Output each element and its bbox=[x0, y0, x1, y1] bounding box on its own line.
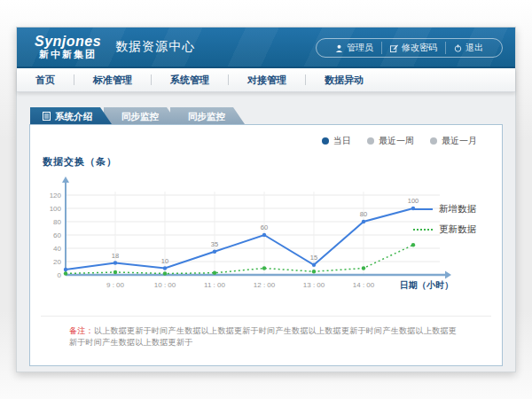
svg-text:60: 60 bbox=[261, 223, 268, 231]
filter-last-week[interactable]: 最近一周 bbox=[367, 135, 414, 147]
svg-text:18: 18 bbox=[112, 252, 119, 260]
svg-text:20: 20 bbox=[53, 258, 61, 266]
svg-text:10: 10 bbox=[161, 257, 168, 265]
main-nav: 首页 标准管理 系统管理 对接管理 数据异动 bbox=[17, 68, 515, 92]
document-icon bbox=[43, 112, 51, 122]
svg-text:14 : 00: 14 : 00 bbox=[353, 281, 375, 289]
change-password-label: 修改密码 bbox=[402, 42, 437, 54]
svg-text:80: 80 bbox=[53, 218, 61, 226]
tab-label: 同步监控 bbox=[188, 111, 225, 123]
svg-text:80: 80 bbox=[360, 210, 367, 218]
app-header: Synjones 新中新集团 数据资源中心 管理员 修改密码 退出 bbox=[17, 27, 515, 68]
svg-text:60: 60 bbox=[53, 231, 61, 239]
nav-item-integration[interactable]: 对接管理 bbox=[229, 74, 305, 87]
change-password-button[interactable]: 修改密码 bbox=[381, 42, 445, 54]
filter-label: 最近一周 bbox=[379, 135, 414, 147]
nav-item-data-changes[interactable]: 数据异动 bbox=[306, 74, 382, 87]
radio-selected-icon bbox=[322, 137, 329, 145]
legend-label: 新增数据 bbox=[439, 203, 476, 215]
svg-text:日期（小时）: 日期（小时） bbox=[400, 280, 453, 290]
logout-button[interactable]: 退出 bbox=[445, 42, 491, 54]
logo-cn: 新中新集团 bbox=[35, 50, 101, 60]
logo-en: Synjones bbox=[35, 35, 101, 50]
chart-y-axis-title: 数据交换（条） bbox=[43, 155, 502, 168]
tab-label: 同步监控 bbox=[121, 111, 159, 123]
tab-panel: 当日 最近一周 最近一月 数据交换（条） 0204060801001209 : … bbox=[29, 124, 503, 366]
content-area: 系统介绍 同步监控 同步监控 当日 最近一周 bbox=[17, 92, 515, 366]
app-window: Synjones 新中新集团 数据资源中心 管理员 修改密码 退出 bbox=[16, 27, 516, 372]
power-icon bbox=[454, 44, 462, 52]
tab-sync-monitor-2[interactable]: 同步监控 bbox=[170, 107, 245, 124]
nav-item-standards[interactable]: 标准管理 bbox=[74, 74, 151, 87]
line-chart: 0204060801001209 : 0010 : 0011 : 0012 : … bbox=[50, 174, 458, 307]
current-user-label: 管理员 bbox=[347, 42, 373, 54]
svg-text:15: 15 bbox=[310, 254, 317, 262]
dotted-line-swatch bbox=[413, 229, 433, 231]
svg-text:40: 40 bbox=[53, 245, 61, 253]
user-toolbar: 管理员 修改密码 退出 bbox=[316, 38, 503, 58]
nav-item-home[interactable]: 首页 bbox=[17, 74, 74, 87]
svg-text:13 : 00: 13 : 00 bbox=[303, 281, 325, 289]
footnote-text: 以上数据更新于时间产生数据以上数据更新于时间产生数据以上数据更新于时间产生数据以… bbox=[69, 326, 457, 347]
svg-text:0: 0 bbox=[58, 271, 62, 279]
svg-text:35: 35 bbox=[211, 240, 218, 248]
time-filter-group: 当日 最近一周 最近一月 bbox=[322, 135, 477, 147]
footnote: 备注：以上数据更新于时间产生数据以上数据更新于时间产生数据以上数据更新于时间产生… bbox=[41, 316, 491, 348]
nav-item-system[interactable]: 系统管理 bbox=[152, 74, 228, 87]
filter-last-month[interactable]: 最近一月 bbox=[430, 135, 477, 147]
tab-label: 系统介绍 bbox=[55, 111, 92, 123]
filter-label: 当日 bbox=[333, 135, 351, 147]
svg-text:10 : 00: 10 : 00 bbox=[154, 281, 176, 289]
svg-text:11 : 00: 11 : 00 bbox=[204, 281, 225, 289]
solid-line-swatch bbox=[413, 208, 433, 210]
tab-sync-monitor-1[interactable]: 同步监控 bbox=[104, 107, 178, 124]
legend-item-updated-data: 更新数据 bbox=[413, 223, 489, 236]
user-icon bbox=[335, 44, 343, 52]
company-logo: Synjones 新中新集团 bbox=[35, 35, 101, 59]
chart-legend: 新增数据 更新数据 bbox=[413, 203, 489, 244]
tab-system-intro[interactable]: 系统介绍 bbox=[30, 107, 112, 124]
radio-icon bbox=[367, 137, 374, 145]
tab-bar: 系统介绍 同步监控 同步监控 bbox=[30, 107, 503, 124]
page-title: 数据资源中心 bbox=[115, 39, 195, 55]
edit-icon bbox=[390, 44, 398, 52]
svg-text:12 : 00: 12 : 00 bbox=[254, 281, 276, 289]
svg-text:9 : 00: 9 : 00 bbox=[106, 281, 125, 289]
footnote-prefix: 备注： bbox=[69, 326, 94, 335]
logout-label: 退出 bbox=[466, 42, 483, 54]
radio-icon bbox=[430, 137, 437, 145]
svg-text:120: 120 bbox=[50, 192, 62, 200]
legend-item-new-data: 新增数据 bbox=[413, 203, 489, 215]
filter-today[interactable]: 当日 bbox=[322, 135, 351, 147]
current-user[interactable]: 管理员 bbox=[327, 42, 381, 54]
filter-label: 最近一月 bbox=[442, 135, 477, 147]
legend-label: 更新数据 bbox=[439, 223, 476, 236]
svg-text:100: 100 bbox=[50, 205, 62, 213]
